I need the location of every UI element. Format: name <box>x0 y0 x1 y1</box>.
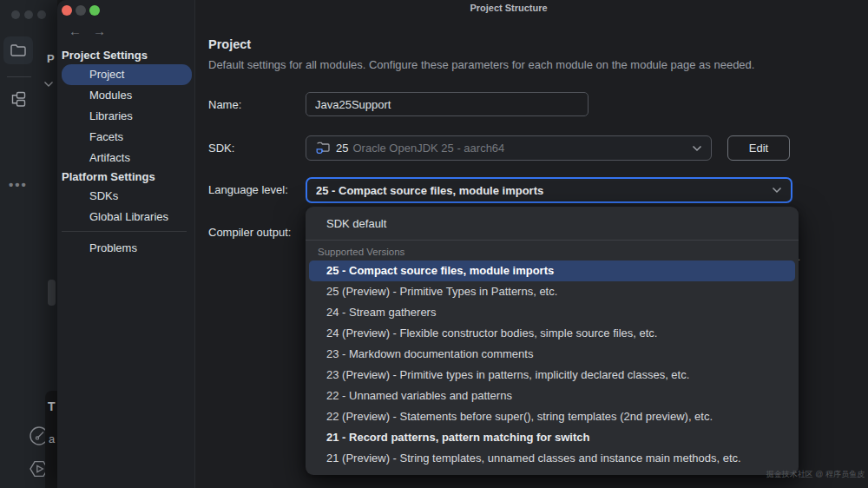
structure-icon[interactable] <box>10 90 27 108</box>
sidebar-item-project[interactable]: Project <box>62 64 192 85</box>
dropdown-item[interactable]: 23 - Markdown documentation comments <box>309 344 795 365</box>
sidebar-sections: Project SettingsProjectModulesLibrariesF… <box>62 47 192 228</box>
project-structure-dialog: Project Structure ← → Project SettingsPr… <box>57 0 868 488</box>
clipped-panel-text: T <box>48 399 56 413</box>
sidebar-item-modules[interactable]: Modules <box>62 85 192 106</box>
clipped-editor-text: a <box>49 432 55 445</box>
inactive-traffic-light-icon[interactable] <box>37 10 46 19</box>
language-level-select[interactable]: 25 - Compact source files, module import… <box>306 177 792 203</box>
sidebar-item-sdks[interactable]: SDKs <box>62 186 192 207</box>
dropdown-item[interactable]: 21 - Record patterns, pattern matching f… <box>309 427 795 448</box>
dropdown-item[interactable]: 24 (Preview) - Flexible constructor bodi… <box>309 323 795 344</box>
project-name-input[interactable] <box>306 92 589 116</box>
more-tools-icon[interactable]: ••• <box>9 177 28 192</box>
dropdown-item[interactable]: 25 - Compact source files, module import… <box>309 260 795 281</box>
back-icon[interactable]: ← <box>69 23 82 38</box>
dropdown-group-header: Supported Versions <box>306 240 799 260</box>
chevron-down-icon <box>772 187 782 194</box>
scrollbar-thumb[interactable] <box>48 280 56 306</box>
forward-icon[interactable]: → <box>93 23 106 38</box>
sdk-version: 25 <box>336 142 348 155</box>
name-label: Name: <box>208 98 241 111</box>
dropdown-item[interactable]: 22 (Preview) - Statements before super()… <box>309 406 795 427</box>
dropdown-item[interactable]: 23 (Preview) - Primitive types in patter… <box>309 365 795 386</box>
page-description: Default settings for all modules. Config… <box>208 58 754 71</box>
sidebar-section-header: Platform Settings <box>62 168 192 186</box>
edit-sdk-button[interactable]: Edit <box>727 135 790 161</box>
inactive-traffic-light-icon[interactable] <box>11 10 20 19</box>
sdk-select[interactable]: 25 Oracle OpenJDK 25 - aarch64 <box>306 135 712 161</box>
chevron-down-icon[interactable] <box>43 81 54 88</box>
sidebar-item-facets[interactable]: Facets <box>62 127 192 148</box>
dropdown-items: 25 - Compact source files, module import… <box>306 260 799 469</box>
jdk-icon <box>315 141 331 155</box>
strip-divider <box>7 76 31 77</box>
maximize-window-icon[interactable] <box>89 5 100 16</box>
minimize-window-icon[interactable] <box>76 5 86 16</box>
sidebar-item-artifacts[interactable]: Artifacts <box>62 148 192 168</box>
sdk-detail: Oracle OpenJDK 25 - aarch64 <box>352 142 504 155</box>
language-level-value: 25 - Compact source files, module import… <box>316 184 543 197</box>
language-level-label: Language level: <box>208 183 288 196</box>
close-window-icon[interactable] <box>62 5 72 16</box>
clipped-background-panel: T a <box>45 391 57 488</box>
page-title: Project <box>208 37 251 51</box>
language-level-dropdown: SDK default Supported Versions 25 - Comp… <box>306 207 799 475</box>
folder-icon[interactable] <box>10 42 27 59</box>
sdk-label: SDK: <box>208 142 234 155</box>
sidebar-item-problems[interactable]: Problems <box>89 241 137 254</box>
sidebar-section-header: Project Settings <box>62 47 192 64</box>
dropdown-item-sdk-default[interactable]: SDK default <box>306 212 799 235</box>
chevron-down-icon <box>692 145 702 152</box>
sidebar-item-global-libraries[interactable]: Global Libraries <box>62 207 192 228</box>
dropdown-item[interactable]: 22 - Unnamed variables and patterns <box>309 386 795 406</box>
dropdown-item[interactable]: 21 (Preview) - String templates, unnamed… <box>309 448 795 469</box>
sidebar-divider <box>62 231 187 232</box>
compiler-output-label: Compiler output: <box>208 226 291 239</box>
dropdown-item[interactable]: 24 - Stream gatherers <box>309 302 795 323</box>
inactive-traffic-light-icon[interactable] <box>24 10 33 19</box>
watermark-text: 掘金技术社区 @ 程序员鱼皮 <box>766 469 865 480</box>
ide-tool-strip: ••• P T a <box>0 0 57 488</box>
dropdown-item[interactable]: 25 (Preview) - Primitive Types in Patter… <box>309 281 795 302</box>
clipped-project-panel-title: P <box>47 52 55 65</box>
dialog-title: Project Structure <box>422 3 595 13</box>
sidebar-item-libraries[interactable]: Libraries <box>62 106 192 127</box>
